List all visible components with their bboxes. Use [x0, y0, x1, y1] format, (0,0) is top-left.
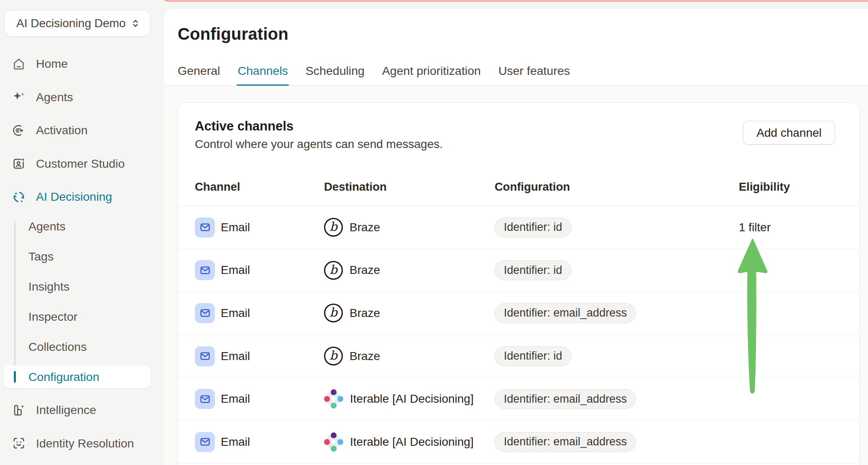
iterable-icon: [324, 432, 343, 452]
braze-icon: b: [324, 218, 343, 237]
sidebar-item-label: Intelligence: [36, 403, 96, 417]
sidebar-item-ai-decisioning[interactable]: AI Decisioning: [0, 180, 164, 214]
workspace-selector[interactable]: AI Decisioning Demo - ...: [4, 10, 151, 37]
sidebar-item-label: Customer Studio: [36, 157, 125, 171]
sidebar-subitem-insights[interactable]: Insights: [0, 271, 164, 301]
config-pill: Identifier: id: [495, 346, 572, 366]
email-icon: [195, 432, 215, 452]
tab-agent-prioritization[interactable]: Agent prioritization: [382, 56, 481, 85]
home-icon: [11, 56, 27, 72]
sidebar-subitem-inspector[interactable]: Inspector: [0, 301, 164, 332]
email-icon: [195, 346, 215, 366]
email-icon: [195, 303, 215, 323]
table-row[interactable]: Email Iterable [AI Decisioning] Identifi…: [178, 378, 860, 421]
ai-decisioning-submenu: Agents Tags Insights Inspector Collectio…: [0, 211, 164, 362]
sidebar-subitem-configuration[interactable]: Configuration: [3, 365, 151, 388]
config-pill: Identifier: email_address: [495, 303, 636, 323]
add-channel-button[interactable]: Add channel: [743, 121, 835, 145]
sidebar-item-label: Activation: [36, 123, 88, 137]
customer-studio-icon: [11, 156, 27, 171]
tab-user-features[interactable]: User features: [498, 56, 570, 85]
braze-icon: b: [324, 261, 343, 280]
sidebar-item-label: Home: [36, 57, 68, 71]
workspace-name: AI Decisioning Demo - ...: [16, 17, 126, 30]
main-panel: Configuration General Channels Schedulin…: [164, 9, 868, 465]
content-area: Active channels Control where your agent…: [164, 86, 868, 465]
sidebar-subitem-agents[interactable]: Agents: [0, 211, 164, 241]
sidebar-item-identity-resolution[interactable]: Identity Resolution: [0, 427, 164, 460]
tab-channels[interactable]: Channels: [237, 56, 288, 85]
braze-icon: b: [324, 347, 343, 365]
table-header: Channel Destination Configuration Eligib…: [178, 168, 860, 206]
active-indicator: [14, 371, 16, 383]
column-header-eligibility: Eligibility: [739, 180, 843, 194]
email-icon: [195, 217, 215, 238]
sidebar-item-customer-studio[interactable]: Customer Studio: [0, 147, 164, 181]
column-header-destination: Destination: [324, 180, 495, 194]
table-row[interactable]: Email Iterable [AI Decisioning] Identifi…: [178, 421, 860, 464]
sidebar-item-home[interactable]: Home: [0, 47, 164, 81]
chevron-updown-icon: [130, 18, 141, 29]
sidebar-nav-bottom: Intelligence Identity Resolution: [0, 393, 164, 460]
active-channels-card: Active channels Control where your agent…: [178, 102, 860, 465]
email-icon: [195, 389, 215, 409]
ai-decisioning-icon: [11, 189, 27, 205]
tab-general[interactable]: General: [178, 56, 220, 85]
braze-icon: b: [324, 304, 343, 322]
config-pill: Identifier: email_address: [495, 389, 636, 409]
column-header-channel: Channel: [195, 180, 324, 194]
card-header: Active channels Control where your agent…: [178, 103, 860, 168]
sparkle-icon: [11, 89, 27, 105]
activation-icon: [11, 123, 27, 138]
table-row[interactable]: Email b Braze Identifier: id 1 filter: [178, 206, 860, 249]
identity-resolution-icon: [11, 435, 27, 451]
eligibility-value: 1 filter: [739, 221, 771, 234]
sidebar-subitem-collections[interactable]: Collections: [0, 332, 164, 362]
table-row[interactable]: Email b Braze Identifier: email_address: [178, 292, 860, 335]
config-pill: Identifier: email_address: [495, 432, 636, 452]
sidebar-item-label: Identity Resolution: [36, 437, 134, 450]
annotation-highlight-box: [162, 0, 868, 2]
sidebar-item-label: Agents: [36, 90, 73, 104]
column-header-configuration: Configuration: [495, 180, 739, 194]
config-pill: Identifier: id: [495, 217, 572, 238]
intelligence-icon: [11, 402, 27, 418]
tab-scheduling[interactable]: Scheduling: [306, 56, 365, 85]
sidebar-nav: Home Agents: [0, 47, 164, 214]
sidebar: AI Decisioning Demo - ... Home: [0, 0, 164, 465]
iterable-icon: [324, 389, 343, 409]
sidebar-item-intelligence[interactable]: Intelligence: [0, 393, 164, 427]
sidebar-item-activation[interactable]: Activation: [0, 114, 164, 147]
table-row[interactable]: Email b Braze Identifier: id: [178, 335, 860, 378]
sidebar-item-label: AI Decisioning: [36, 190, 112, 204]
page-title: Configuration: [178, 25, 288, 43]
email-icon: [195, 260, 215, 280]
table-row[interactable]: Email b Braze Identifier: id: [178, 249, 860, 292]
sidebar-subitem-tags[interactable]: Tags: [0, 241, 164, 271]
tab-bar: General Channels Scheduling Agent priori…: [164, 56, 868, 86]
sidebar-item-agents[interactable]: Agents: [0, 81, 164, 114]
config-pill: Identifier: id: [495, 260, 572, 280]
app-root: AI Decisioning Demo - ... Home: [0, 0, 868, 465]
